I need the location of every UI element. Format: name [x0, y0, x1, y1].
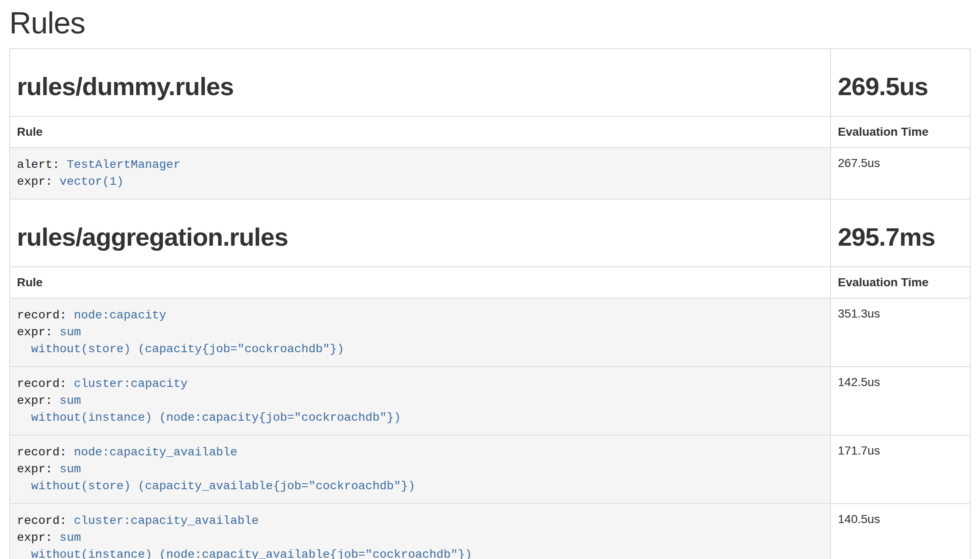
rules-page: Rules rules/dummy.rules269.5usRuleEvalua…: [0, 7, 980, 559]
eval-time-value: 140.5us: [831, 504, 970, 559]
column-header-rule: Rule: [10, 267, 831, 298]
eval-time-value: 142.5us: [831, 367, 970, 435]
group-header-row: rules/dummy.rules269.5us: [10, 49, 970, 116]
group-eval-cell: 269.5us: [831, 49, 970, 116]
rule-key-text: expr:: [17, 394, 60, 407]
group-file-name: rules/dummy.rules: [17, 73, 823, 101]
rule-row: record: node:capacity expr: sum without(…: [10, 298, 970, 367]
group-file-name: rules/aggregation.rules: [17, 223, 823, 251]
rule-key-text: expr:: [17, 326, 60, 339]
rule-key-text: record:: [17, 514, 74, 527]
rule-link[interactable]: TestAlertManager: [67, 158, 181, 171]
rules-table: rules/dummy.rules269.5usRuleEvaluation T…: [9, 48, 971, 559]
rule-link[interactable]: cluster:capacity_available: [74, 514, 259, 527]
rule-row: record: cluster:capacity expr: sum witho…: [10, 367, 970, 435]
rule-link[interactable]: node:capacity_available: [74, 446, 237, 459]
rule-link[interactable]: cluster:capacity: [74, 377, 187, 390]
eval-time-value: 351.3us: [831, 298, 970, 367]
rule-key-text: record:: [17, 446, 74, 459]
rule-key-text: alert:: [17, 158, 67, 171]
page-title: Rules: [9, 7, 971, 40]
rule-key-text: record:: [17, 377, 74, 390]
rule-code: record: node:capacity_available expr: su…: [17, 444, 823, 495]
rule-link[interactable]: sum without(store) (capacity{job="cockro…: [17, 326, 344, 356]
rule-code: record: cluster:capacity_available expr:…: [17, 512, 823, 559]
group-eval-total: 295.7ms: [838, 223, 963, 251]
rule-code: record: node:capacity expr: sum without(…: [17, 307, 823, 358]
rules-table-body: rules/dummy.rules269.5usRuleEvaluation T…: [10, 49, 970, 559]
rule-link[interactable]: sum without(instance) (node:capacity_ava…: [17, 531, 472, 559]
column-header-row: RuleEvaluation Time: [10, 116, 970, 148]
column-header-eval: Evaluation Time: [831, 267, 970, 298]
rule-link[interactable]: vector(1): [60, 175, 124, 188]
eval-time-value: 171.7us: [831, 435, 970, 504]
group-name-cell: rules/dummy.rules: [10, 49, 831, 116]
column-header-eval: Evaluation Time: [831, 116, 970, 148]
rule-link[interactable]: node:capacity: [74, 309, 166, 322]
column-header-rule: Rule: [10, 116, 831, 148]
rule-cell: record: node:capacity expr: sum without(…: [10, 298, 831, 367]
rule-cell: record: node:capacity_available expr: su…: [10, 435, 831, 504]
column-header-row: RuleEvaluation Time: [10, 267, 970, 298]
rule-code: alert: TestAlertManager expr: vector(1): [17, 156, 823, 190]
rule-link[interactable]: sum without(store) (capacity_available{j…: [17, 463, 415, 493]
group-header-row: rules/aggregation.rules295.7ms: [10, 199, 970, 267]
rule-code: record: cluster:capacity expr: sum witho…: [17, 375, 823, 426]
rule-key-text: expr:: [17, 175, 60, 188]
group-eval-total: 269.5us: [838, 73, 963, 101]
rule-key-text: expr:: [17, 463, 60, 476]
rule-row: record: node:capacity_available expr: su…: [10, 435, 970, 504]
rule-link[interactable]: sum without(instance) (node:capacity{job…: [17, 394, 401, 424]
rule-key-text: record:: [17, 309, 74, 322]
rule-row: alert: TestAlertManager expr: vector(1)2…: [10, 148, 970, 199]
rule-cell: record: cluster:capacity_available expr:…: [10, 504, 831, 559]
rule-cell: record: cluster:capacity expr: sum witho…: [10, 367, 831, 435]
group-name-cell: rules/aggregation.rules: [10, 199, 831, 267]
rule-row: record: cluster:capacity_available expr:…: [10, 504, 970, 559]
rule-key-text: expr:: [17, 531, 60, 544]
eval-time-value: 267.5us: [831, 148, 970, 199]
rule-cell: alert: TestAlertManager expr: vector(1): [10, 148, 831, 199]
group-eval-cell: 295.7ms: [831, 199, 970, 267]
